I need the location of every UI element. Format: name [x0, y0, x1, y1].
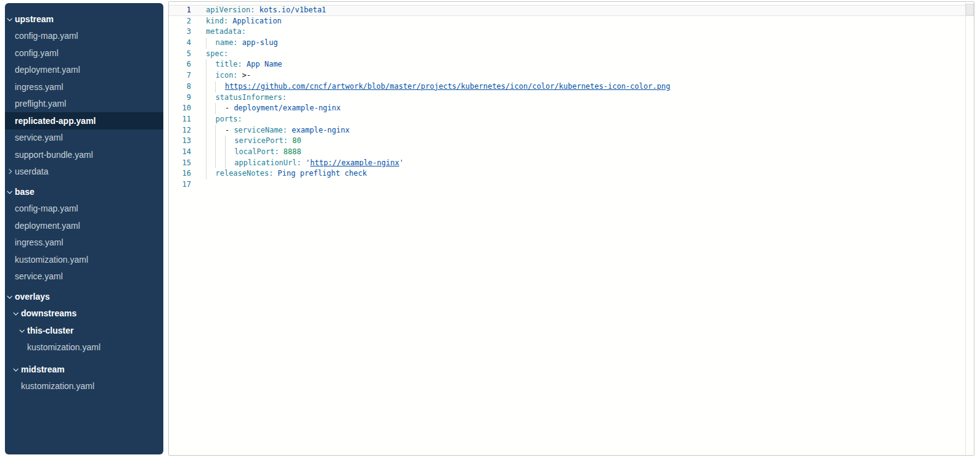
code-content: statusInformers: — [206, 92, 287, 104]
tree-file-deployment-yaml[interactable]: deployment.yaml — [5, 62, 163, 79]
tree-folder-downstreams[interactable]: downstreams — [5, 305, 163, 322]
tree-file-config-yaml[interactable]: config.yaml — [5, 44, 163, 62]
code-content: kind: Application — [206, 16, 282, 27]
token-sp — [242, 59, 247, 70]
file-tree-sidebar[interactable]: upstreamconfig-map.yamlconfig.yamldeploy… — [5, 3, 163, 454]
tree-file-kustomization-yaml[interactable]: kustomization.yaml — [5, 378, 163, 395]
code-line[interactable]: 2kind: Application — [169, 16, 974, 27]
indent-guide — [206, 147, 215, 158]
token-op: - — [225, 125, 229, 136]
tree-file-deployment-yaml[interactable]: deployment.yaml — [5, 217, 163, 234]
tree-item-label: deployment.yaml — [15, 65, 80, 75]
tree-folder-midstream[interactable]: midstream — [5, 361, 163, 378]
code-line[interactable]: 13 servicePort: 80 — [169, 136, 974, 147]
tree-file-preflight-yaml[interactable]: preflight.yaml — [5, 96, 163, 113]
token-sp — [301, 158, 306, 169]
tree-folder-overlays[interactable]: overlays — [5, 288, 163, 305]
token-str: ' — [306, 158, 310, 169]
tree-item-label: base — [15, 187, 35, 197]
tree-file-support-bundle-yaml[interactable]: support-bundle.yaml — [5, 146, 163, 163]
chevron-down-icon — [7, 17, 15, 21]
token-key: metadata: — [206, 27, 246, 38]
tree-item-label: upstream — [15, 14, 54, 24]
code-line[interactable]: 3metadata: — [169, 27, 974, 38]
tree-item-label: deployment.yaml — [15, 221, 80, 231]
editor-scrollbar[interactable] — [965, 2, 974, 455]
line-number: 3 — [169, 27, 191, 38]
token-sp — [273, 168, 277, 179]
code-content: releaseNotes: Ping preflight check — [206, 168, 367, 179]
indent-guide — [206, 125, 215, 136]
tree-file-kustomization-yaml[interactable]: kustomization.yaml — [5, 339, 163, 356]
tree-folder-upstream[interactable]: upstream — [5, 10, 163, 28]
line-number: 11 — [169, 114, 191, 125]
code-content: metadata: — [206, 27, 246, 38]
yaml-link[interactable]: http://example-nginx — [310, 158, 399, 169]
tree-file-ingress-yaml[interactable]: ingress.yaml — [5, 234, 163, 252]
tree-item-label: service.yaml — [15, 133, 63, 142]
code-line[interactable]: 4 name: app-slug — [169, 38, 974, 49]
tree-file-ingress-yaml[interactable]: ingress.yaml — [5, 78, 163, 96]
line-number: 6 — [169, 59, 191, 70]
token-num: 80 — [292, 136, 301, 147]
code-line[interactable]: 5spec: — [169, 49, 974, 60]
indent-guide — [206, 81, 215, 92]
indent-guide — [215, 81, 224, 92]
tree-file-service-yaml[interactable]: service.yaml — [5, 268, 163, 285]
chevron-down-icon — [14, 311, 21, 315]
chevron-right-icon — [7, 170, 15, 173]
tree-folder-base[interactable]: base — [5, 183, 163, 200]
indent-guide — [215, 136, 224, 147]
token-str: App Name — [247, 59, 282, 70]
yaml-editor[interactable]: 1apiVersion: kots.io/v1beta12kind: Appli… — [168, 1, 974, 456]
tree-folder-this-cluster[interactable]: this-cluster — [5, 322, 163, 339]
chevron-down-icon — [7, 295, 15, 298]
code-content: servicePort: 80 — [206, 136, 301, 147]
tree-item-label: service.yaml — [15, 271, 63, 281]
line-number: 7 — [169, 70, 191, 81]
code-line[interactable]: 7 icon: >- — [169, 70, 974, 81]
code-content: name: app-slug — [206, 38, 278, 49]
scrollbar-slider[interactable] — [966, 4, 974, 15]
token-str: Ping preflight check — [278, 168, 367, 179]
code-content: spec: — [206, 49, 228, 60]
code-line[interactable]: 1apiVersion: kots.io/v1beta1 — [169, 5, 974, 16]
tree-item-label: ingress.yaml — [15, 82, 63, 92]
tree-file-service-yaml[interactable]: service.yaml — [5, 129, 163, 147]
tree-folder-userdata[interactable]: userdata — [5, 163, 163, 181]
tree-item-label: kustomization.yaml — [27, 342, 100, 352]
indent-guide — [206, 70, 215, 81]
code-line[interactable]: 10 - deployment/example-nginx — [169, 103, 974, 114]
code-content: ports: — [206, 114, 242, 125]
token-str: Application — [232, 16, 281, 27]
chevron-down-icon — [14, 368, 21, 371]
line-number: 2 — [169, 16, 191, 27]
code-line[interactable]: 14 localPort: 8888 — [169, 147, 974, 158]
tree-file-kustomization-yaml[interactable]: kustomization.yaml — [5, 251, 163, 268]
token-sp — [288, 136, 292, 147]
tree-item-label: config-map.yaml — [15, 31, 78, 41]
tree-item-label: downstreams — [21, 308, 76, 318]
token-sp — [255, 5, 259, 16]
code-line[interactable]: 8 https://github.com/cncf/artwork/blob/m… — [169, 81, 974, 92]
code-line[interactable]: 12 - serviceName: example-nginx — [169, 125, 974, 136]
code-line[interactable]: 11 ports: — [169, 114, 974, 125]
code-content: https://github.com/cncf/artwork/blob/mas… — [206, 81, 670, 92]
code-content: title: App Name — [206, 59, 282, 70]
tree-file-replicated-app-yaml[interactable]: replicated-app.yaml — [5, 112, 163, 129]
yaml-link[interactable]: https://github.com/cncf/artwork/blob/mas… — [225, 81, 670, 92]
tree-item-label: preflight.yaml — [15, 99, 66, 109]
token-str: deployment/example-nginx — [234, 103, 340, 114]
line-number: 1 — [169, 5, 191, 16]
code-line[interactable]: 6 title: App Name — [169, 59, 974, 70]
code-line[interactable]: 9 statusInformers: — [169, 92, 974, 104]
code-line[interactable]: 15 applicationUrl: 'http://example-nginx… — [169, 158, 974, 169]
tree-file-config-map-yaml[interactable]: config-map.yaml — [5, 200, 163, 218]
token-key: ports: — [215, 114, 242, 125]
tree-file-config-map-yaml[interactable]: config-map.yaml — [5, 28, 163, 45]
line-number: 13 — [169, 136, 191, 147]
code-line[interactable]: 17 — [169, 179, 974, 191]
tree-item-label: this-cluster — [27, 326, 73, 335]
code-line[interactable]: 16 releaseNotes: Ping preflight check — [169, 168, 974, 179]
line-number: 9 — [169, 92, 191, 104]
